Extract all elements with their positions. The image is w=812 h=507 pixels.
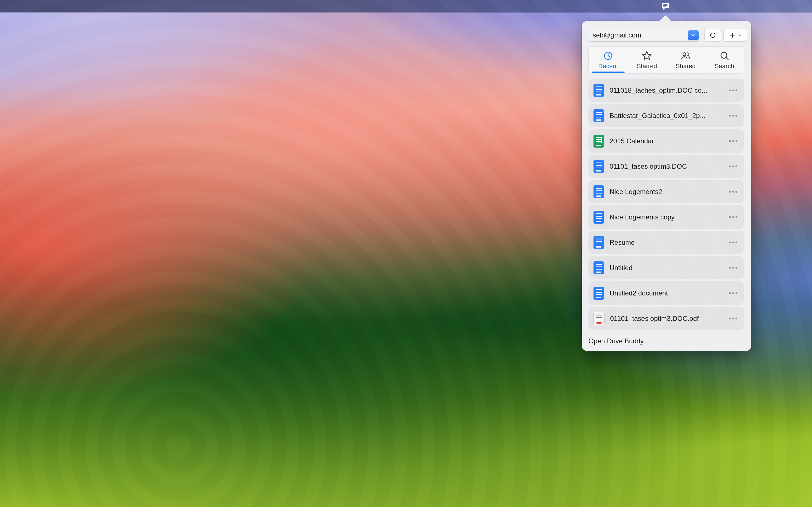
file-row[interactable]: 01101_tases optim3.DOC ••• <box>589 155 744 178</box>
people-icon <box>680 50 691 61</box>
file-name: 01101_tases optim3.DOC.pdf <box>610 315 728 323</box>
doc-file-icon <box>594 185 604 198</box>
doc-file-icon <box>594 211 604 224</box>
more-options-button[interactable]: ••• <box>728 85 740 96</box>
more-options-button[interactable]: ••• <box>728 212 740 223</box>
tab-label: Shared <box>675 62 696 70</box>
account-row: seb@gmail.com <box>581 29 751 42</box>
file-name: Untitled2 document <box>610 289 728 297</box>
popover-arrow <box>659 15 672 29</box>
tab-starred[interactable]: Starred <box>627 47 666 73</box>
file-row[interactable]: Battlestar_Galactica_0x01_2p... ••• <box>589 104 744 127</box>
more-options-button[interactable]: ••• <box>728 186 740 198</box>
more-options-button[interactable]: ••• <box>728 110 740 121</box>
file-name: 2015 Calendar <box>610 137 728 145</box>
plus-icon <box>729 32 736 39</box>
file-name: Resume <box>610 238 728 246</box>
file-row[interactable]: Nice Logements2 ••• <box>589 180 744 203</box>
file-name: Battlestar_Galactica_0x01_2p... <box>610 112 728 120</box>
desktop-wallpaper: seb@gmail.com <box>0 0 812 507</box>
more-options-button[interactable]: ••• <box>728 237 740 248</box>
file-row[interactable]: Untitled ••• <box>589 256 744 279</box>
account-dropdown-button[interactable] <box>688 30 699 40</box>
tab-label: Recent <box>598 62 618 70</box>
doc-file-icon <box>594 160 604 173</box>
refresh-button[interactable] <box>704 29 721 42</box>
more-options-button[interactable]: ••• <box>728 262 740 274</box>
doc-file-icon <box>594 262 604 274</box>
doc-file-icon <box>594 84 604 97</box>
pdf-file-icon <box>594 312 605 325</box>
doc-file-icon <box>594 236 604 249</box>
selected-tab-underline <box>592 71 624 73</box>
refresh-icon <box>709 32 716 39</box>
file-name: 011018_taches_optim.DOC co... <box>610 87 728 94</box>
file-name: Nice Logements2 <box>610 188 728 196</box>
file-row[interactable]: Untitled2 document ••• <box>589 281 744 305</box>
file-row[interactable]: 011018_taches_optim.DOC co... ••• <box>589 78 744 102</box>
chevron-down-icon <box>690 32 696 38</box>
file-list: 011018_taches_optim.DOC co... ••• Battle… <box>581 78 751 330</box>
tab-search[interactable]: Search <box>705 47 744 73</box>
file-row[interactable]: Resume ••• <box>589 231 744 254</box>
more-options-button[interactable]: ••• <box>728 313 740 324</box>
tab-recent[interactable]: Recent <box>589 47 627 73</box>
more-options-button[interactable]: ••• <box>728 288 740 299</box>
file-row[interactable]: Nice Logements copy ••• <box>589 205 744 229</box>
file-name: 01101_tases optim3.DOC <box>610 163 728 170</box>
drive-buddy-popover: seb@gmail.com <box>581 21 751 351</box>
tab-label: Starred <box>637 62 657 70</box>
magnifier-icon <box>719 50 730 61</box>
tab-label: Search <box>714 62 734 70</box>
tab-shared[interactable]: Shared <box>666 47 705 73</box>
tab-bar: Recent Starred <box>589 47 744 73</box>
doc-file-icon <box>594 109 604 122</box>
open-drive-buddy-button[interactable]: Open Drive Buddy... <box>581 335 751 346</box>
file-name: Nice Logements copy <box>610 213 728 221</box>
menu-bar <box>0 0 812 12</box>
doc-file-icon <box>594 287 604 300</box>
star-icon <box>642 50 652 61</box>
add-button[interactable] <box>723 29 747 42</box>
more-options-button[interactable]: ••• <box>728 161 740 172</box>
drive-buddy-menubar-icon[interactable] <box>661 2 670 10</box>
clock-icon <box>603 50 613 61</box>
more-options-button[interactable]: ••• <box>728 135 740 147</box>
file-name: Untitled <box>610 264 728 272</box>
sheet-file-icon <box>594 135 604 148</box>
file-row[interactable]: 2015 Calendar ••• <box>589 129 744 153</box>
file-row[interactable]: 01101_tases optim3.DOC.pdf ••• <box>589 307 744 330</box>
chevron-down-icon <box>737 33 742 38</box>
account-selector[interactable]: seb@gmail.com <box>588 29 700 42</box>
account-email: seb@gmail.com <box>593 31 688 39</box>
